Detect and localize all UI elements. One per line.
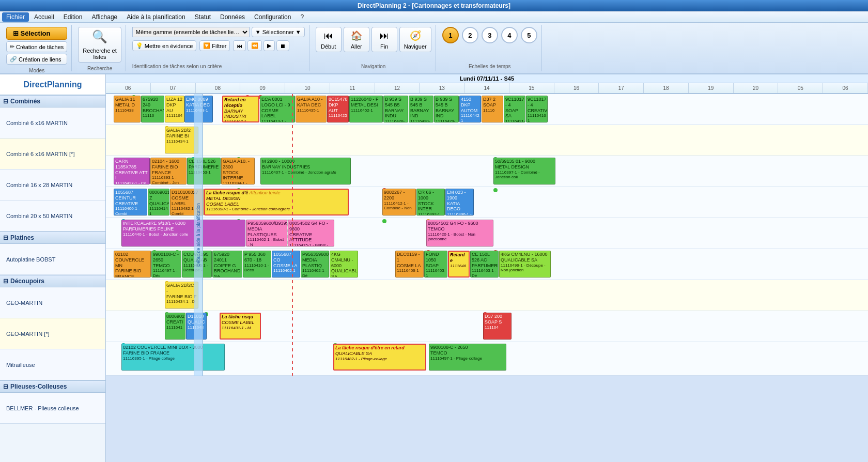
resource-dec2[interactable]: Mitrailleuse <box>0 349 105 380</box>
stop-button[interactable]: ⏹ <box>276 40 289 51</box>
end-button[interactable]: ⏭ Fin <box>371 27 397 52</box>
task-row-comb1b: GALIA 2B/2FARINE BI11116434-1 <box>106 125 868 156</box>
task-11226040[interactable]: 11226040 - FMETAL DESI11116452-1 <box>349 96 383 122</box>
task-50-69135[interactable]: 50/69135 01 - 9000METAL DESIGN11116397-1… <box>493 158 555 184</box>
group-platines[interactable]: ⊟ Platines <box>0 232 105 244</box>
task-1055687[interactable]: 1055687 CEINTURCREATIVE11116400-1 - Comb… <box>114 189 147 215</box>
task-4kgcm4lnu[interactable]: 4KG CM4LNU - 6000QUALICABLE SA11116500-1… <box>330 251 358 278</box>
menu-fichier[interactable]: Fichier <box>2 12 29 22</box>
task-cr66[interactable]: CR 66 - 1000STOCK INTER11116392-1 <box>416 189 445 215</box>
resource-comb3[interactable]: Combiné 20 x 50 MARTIN <box>0 201 105 232</box>
task-ce150l-526[interactable]: CE 150L 526 ACPARFUMERIES11116463-1 - Dé <box>470 251 499 278</box>
play-button[interactable]: ▶ <box>264 40 275 51</box>
create-tasks-button[interactable]: ✏ Création de tâches <box>6 41 67 52</box>
task-88054502[interactable]: 88054502 G4 FO - 9600CREATIVE ATTITUDE11… <box>288 220 334 247</box>
hour-19: 19 <box>689 83 734 93</box>
resource-dec1[interactable]: GEO-MARTIN <box>0 287 105 318</box>
navigate-button[interactable]: 🧭 Naviguer <box>399 27 431 52</box>
task-675920-24011[interactable]: 675920 24011 COIFFE GBROCHAND SA11116431… <box>212 251 242 278</box>
zoom-2[interactable]: 2 <box>462 27 478 43</box>
play-prev-button[interactable]: ⏮ <box>233 40 246 51</box>
resource-comb1[interactable]: Combiné 6 x16 MARTIN <box>0 107 105 138</box>
group-decoupoirs[interactable]: ⊟ Découpoirs <box>0 275 105 287</box>
task-retard-d[interactable]: Retard e 1111646 <box>448 251 470 278</box>
resource-comb2[interactable]: Combiné 16 x 28 MARTIN <box>0 170 105 201</box>
resource-comb1b[interactable]: Combiné 6 x16 MARTIN [*] <box>0 138 105 170</box>
task-4kg16000[interactable]: 4KG CM4LNU - 16000QUALICABLE SA11116499-… <box>499 251 551 278</box>
task-galia11[interactable]: GALIA 11METAL D11116438 <box>114 96 141 122</box>
select-button[interactable]: ▼ Sélectionner ▼ <box>252 27 305 37</box>
task-675920[interactable]: 675920 240BROCHAN11116 <box>141 96 164 122</box>
app-title: DirectPlanning 2 - [Cartonnages et trans… <box>358 2 510 9</box>
group-plieuses[interactable]: ⊟ Plieuses-Colleuses <box>0 380 105 393</box>
menu-affichage[interactable]: Affichage <box>87 12 121 22</box>
hour-08: 08 <box>196 83 241 93</box>
task-carn[interactable]: CARN 1185X785CREATIVE ATT I11116427-1 - … <box>114 158 150 184</box>
task-02102-couv[interactable]: 02102 COUVERCLE MNFARINE BIO FRANCE11116… <box>114 251 151 278</box>
zoom-1[interactable]: 1 <box>442 27 459 43</box>
zoom-3[interactable]: 3 <box>482 27 498 43</box>
menu-edition[interactable]: Edition <box>59 12 87 22</box>
task-eca0001[interactable]: ECA 0001 LOGO LCI - 9COSME LABEL11116413… <box>260 96 295 122</box>
task-dec0159[interactable]: DEC0159 - 1COSME LA11116409-1 <box>395 251 424 278</box>
task-p955[interactable]: P 955 360 670 - 1811116410-1 - Déco <box>243 251 271 278</box>
task-ce150l[interactable]: CE 150L 526PARFUMERIE11116463-1 <box>187 158 221 184</box>
task-88069021z[interactable]: 88069021 ZQUALICAB11116414-1 <box>148 189 169 215</box>
task-risque-m[interactable]: La tâche risqu COSME LABEL11116401-1 - M <box>220 313 261 340</box>
resource-pli1[interactable]: BELLMER - Plieuse colleuse <box>0 393 105 424</box>
menu-accueil[interactable]: Accueil <box>30 12 58 22</box>
task-attention-teinte[interactable]: La tâche risque d'ê Attention teinte MET… <box>204 189 349 215</box>
task-retard-reception[interactable]: Retard en réceptioBARNAY INDUSTRI1111640… <box>222 96 259 122</box>
resource-dec1b[interactable]: GEO-MARTIN [*] <box>0 318 105 349</box>
task-d37-200[interactable]: D37 200SOAP S111164 <box>483 313 512 340</box>
highlight-button[interactable]: 💡 Mettre en évidence <box>132 40 197 51</box>
task-row-comb1: GALIA 11METAL D11116438 675920 240BROCHA… <box>106 94 868 125</box>
task-fond1050[interactable]: FOND 1050SOAP11116403-1 <box>424 251 447 278</box>
task-b939-2[interactable]: B 939 S 545 BBARNAY IND11116430-1 <box>409 96 433 122</box>
task-1055687-co[interactable]: 1055687 COCOSME LA11116402-1 <box>272 251 300 278</box>
resource-plat1[interactable]: Autoplatine BOBST <box>0 244 105 275</box>
task-4150[interactable]: 4150DKP AUTOM11116442-1 <box>459 96 481 122</box>
task-p956[interactable]: P956359600/B939S5556MEDIA PLASTIQUES1111… <box>246 220 287 247</box>
task-02104[interactable]: 02104 - 1600FARINE BIO FRANCE11116393-1 … <box>150 158 187 184</box>
filter-button[interactable]: 🔽 Filtrer <box>199 40 230 51</box>
zoom-5[interactable]: 5 <box>521 27 537 43</box>
selection-button[interactable]: ⊞ Sélection <box>6 27 67 40</box>
task-8c15478[interactable]: 8C15478DKP AUT11116425 <box>327 96 349 122</box>
task-9c11017-4b[interactable]: 9C11017 - 4CREATIVE11116416-1 <box>526 96 548 122</box>
task-em023[interactable]: EM 023 - 1900KATIA DECO11116396-1 - Comb… <box>445 189 474 215</box>
menu-aide[interactable]: Aide à la planification <box>122 12 189 22</box>
start-button[interactable]: ⏮ Début <box>316 27 342 52</box>
task-intercalaire[interactable]: INTERCALAIRE 9/10/1 - 6300PARFUMERIES FE… <box>121 220 245 247</box>
task-galia-a10-2300[interactable]: GALIA A10. - 2300STOCK INTERNE11116394-1… <box>221 158 255 184</box>
play-back-button[interactable]: ⏪ <box>247 40 262 51</box>
timeline-main[interactable]: Lundi 07/11/11 - S45 06 07 08 09 10 11 1… <box>106 74 868 462</box>
task-b939-3[interactable]: B 939 S 545 BBARNAY IND11116429-1 <box>434 96 459 122</box>
zoom-4[interactable]: 4 <box>501 27 518 43</box>
group-combined[interactable]: ⊟ Combinés <box>0 95 105 107</box>
task-d37-2[interactable]: D37 2SOAP11116 <box>482 96 503 122</box>
task-9802267[interactable]: 9802267 - 220011116412-1 - Combiné - Non <box>382 189 416 215</box>
task-bellmer-risque[interactable]: La tâche risque d'être en retard QUALICA… <box>333 344 426 371</box>
task-m2900[interactable]: M 2900 - 10000BARNAY INDUSTRIES11116407-… <box>260 158 351 184</box>
task-galia-a10[interactable]: GALIA A10 -KATIA DEC11116435-1 <box>296 96 327 122</box>
planning-helper: Début de aide à la planification <box>194 94 203 376</box>
task-8806902[interactable]: 8806902CREATI1111641 <box>165 313 185 340</box>
task-88054502b[interactable]: 88054502 G4 FO - 9600TEMCO11116420-1 - B… <box>426 220 493 247</box>
task-liza12[interactable]: LIZA 12DKP AU1111164 <box>165 96 184 122</box>
task-p956b[interactable]: P956359600/B93MEDIA PLASTIQ11116462-1 - … <box>301 251 329 278</box>
task-row-comb3: 1055687 CEINTURCREATIVE11116400-1 - Comb… <box>106 187 868 218</box>
task-b939-1[interactable]: B 939 S 545 B5BARNAY INDU11116428-1 - C <box>383 96 408 122</box>
go-button[interactable]: 🏠 Aller <box>344 27 369 52</box>
task-9c11017-4[interactable]: 9C11017 - 4SOAP SA11116421-1 <box>504 96 525 122</box>
menu-help[interactable]: ? <box>296 12 308 22</box>
criteria-select[interactable]: Même gamme (ensemble de tâches lie… <box>132 27 250 37</box>
create-links-button[interactable]: 🔗 Création de liens <box>6 54 67 65</box>
menu-donnees[interactable]: Données <box>216 12 249 22</box>
search-button[interactable]: 🔍 Recherche etlistes <box>78 27 121 63</box>
task-9900108c[interactable]: 9900108-C - 2650TEMCO11116497-1 - Déc <box>151 251 181 278</box>
task-bellmer-02102[interactable]: 02102 COUVERCLE MINI BOX - 3000FARINE BI… <box>121 344 225 371</box>
task-bellmer-9900108[interactable]: 9900108-C - 2650TEMCO11116497-1 - Pliage… <box>429 344 506 371</box>
menu-statut[interactable]: Statut <box>191 12 215 22</box>
menu-config[interactable]: Configuration <box>250 12 295 22</box>
